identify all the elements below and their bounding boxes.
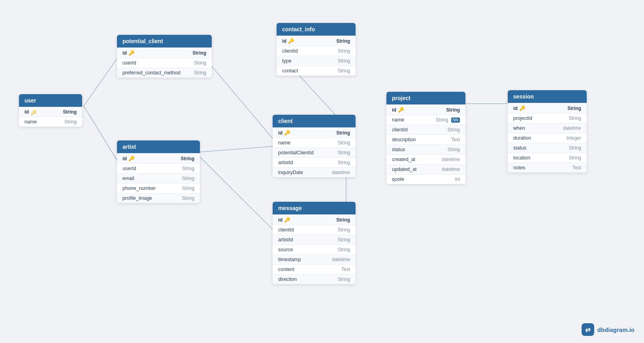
table-contact-info: contact_info id 🔑 String clientId String… xyxy=(277,23,356,76)
table-client: client id 🔑 String name String potential… xyxy=(273,115,356,177)
svg-line-0 xyxy=(84,59,117,106)
table-message-header: message xyxy=(273,202,356,214)
table-row: clientId String xyxy=(386,125,465,135)
table-row: id 🔑 String xyxy=(386,104,465,115)
table-project: project id 🔑 String name String NN clien… xyxy=(386,92,465,184)
table-row: contact String xyxy=(277,66,356,76)
table-row: duration Integer xyxy=(508,133,587,143)
table-session: session id 🔑 String projectId String whe… xyxy=(508,90,587,172)
table-row: content Text xyxy=(273,264,356,274)
table-row: direction String xyxy=(273,274,356,284)
table-row: updated_at datetime xyxy=(386,164,465,174)
table-row: inquiryDate datetime xyxy=(273,167,356,177)
table-row: id 🔑 String xyxy=(273,127,356,138)
table-artist-header: artist xyxy=(117,140,200,153)
table-row: notes Text xyxy=(508,163,587,172)
table-contact-info-header: contact_info xyxy=(277,23,356,36)
table-row: name String xyxy=(19,117,82,127)
table-row: artistId String xyxy=(273,235,356,244)
table-row: location String xyxy=(508,153,587,163)
svg-line-7 xyxy=(195,152,273,229)
table-row: quote int xyxy=(386,174,465,184)
table-project-header: project xyxy=(386,92,465,104)
table-row: name String NN xyxy=(386,115,465,125)
table-row: id 🔑 String xyxy=(19,107,82,117)
table-row: artistId String xyxy=(273,157,356,167)
table-client-header: client xyxy=(273,115,356,127)
table-row: userId String xyxy=(117,58,212,68)
svg-line-1 xyxy=(84,106,117,160)
table-row: clientId String xyxy=(273,225,356,235)
table-message: message id 🔑 String clientId String arti… xyxy=(273,202,356,284)
table-row: email String xyxy=(117,173,200,183)
table-row: status String xyxy=(508,143,587,153)
table-row: potentialClientId String xyxy=(273,148,356,157)
table-row: projectId String xyxy=(508,113,587,123)
key-icon: 🔑 xyxy=(30,110,35,114)
table-row: phone_number String xyxy=(117,183,200,193)
table-row: when datetime xyxy=(508,123,587,133)
table-row: id 🔑 String xyxy=(117,47,212,58)
table-row: clientId String xyxy=(277,46,356,56)
table-row: id 🔑 String xyxy=(117,153,200,163)
table-row: preferred_contact_method String xyxy=(117,68,212,78)
logo-icon: ⇄ xyxy=(582,323,594,336)
table-row: status String xyxy=(386,144,465,154)
table-potential-client-header: potential_client xyxy=(117,35,212,47)
logo-text: dbdiagram.io xyxy=(597,326,635,333)
table-session-header: session xyxy=(508,90,587,103)
table-potential-client: potential_client id 🔑 String userId Stri… xyxy=(117,35,212,78)
table-row: timestamp datetime xyxy=(273,254,356,264)
table-row: name String xyxy=(273,138,356,148)
table-row: id 🔑 String xyxy=(277,36,356,46)
table-row: created_at datetime xyxy=(386,154,465,164)
table-row: source String xyxy=(273,244,356,254)
table-row: id 🔑 String xyxy=(508,103,587,113)
table-row: userId String xyxy=(117,163,200,173)
table-row: description Text xyxy=(386,135,465,144)
table-user: user id 🔑 String name String xyxy=(19,94,82,127)
table-row: profile_image String xyxy=(117,193,200,203)
table-user-header: user xyxy=(19,94,82,107)
logo: ⇄ dbdiagram.io xyxy=(582,323,635,336)
svg-line-3 xyxy=(195,146,273,152)
table-row: type String xyxy=(277,56,356,66)
table-row: id 🔑 String xyxy=(273,214,356,225)
diagram-canvas: user id 🔑 String name String potential_c… xyxy=(0,0,644,343)
table-artist: artist id 🔑 String userId String email S… xyxy=(117,140,200,203)
